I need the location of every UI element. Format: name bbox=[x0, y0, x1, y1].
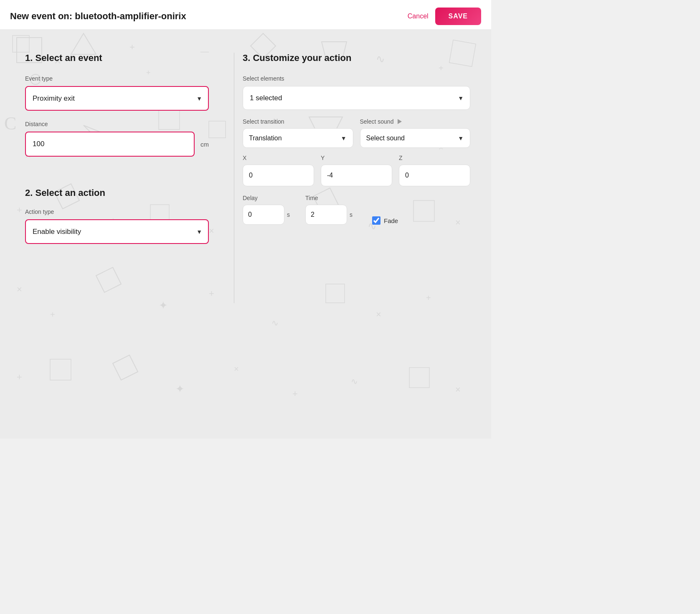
svg-text:∿: ∿ bbox=[351, 377, 358, 386]
distance-input[interactable] bbox=[25, 132, 195, 157]
y-label: Y bbox=[321, 155, 392, 161]
distance-label: Distance bbox=[25, 121, 209, 127]
select-elements-select[interactable]: 1 selected bbox=[243, 86, 470, 110]
fade-checkbox[interactable] bbox=[372, 216, 380, 225]
section2-title: 2. Select an action bbox=[25, 188, 209, 198]
transition-sound-row: Select transition Translation Rotation S… bbox=[243, 118, 470, 148]
svg-rect-50 bbox=[409, 368, 429, 388]
event-type-select-wrapper: Proximity exit Proximity enter Tap Custo… bbox=[25, 86, 209, 111]
delay-label: Delay bbox=[243, 195, 301, 201]
delay-col: Delay s bbox=[243, 195, 301, 225]
play-icon bbox=[398, 119, 402, 124]
svg-rect-44 bbox=[50, 359, 71, 380]
delay-unit: s bbox=[287, 211, 290, 218]
time-input-wrap: s bbox=[305, 205, 364, 225]
action-type-select[interactable]: Enable visibility Disable visibility Tog… bbox=[25, 219, 209, 244]
y-input[interactable] bbox=[321, 165, 392, 186]
main-content: 1. Select an event Event type Proximity … bbox=[0, 32, 491, 320]
left-panel: 1. Select an event Event type Proximity … bbox=[25, 53, 226, 303]
distance-row: cm bbox=[25, 132, 209, 157]
time-unit: s bbox=[350, 211, 353, 218]
right-panel: 3. Customize your action Select elements… bbox=[234, 53, 470, 303]
event-type-select[interactable]: Proximity exit Proximity enter Tap Custo… bbox=[25, 86, 209, 111]
x-input[interactable] bbox=[243, 165, 314, 186]
distance-input-wrap bbox=[25, 132, 195, 157]
fade-label[interactable]: Fade bbox=[384, 217, 398, 224]
sound-select[interactable]: Select sound bbox=[360, 128, 471, 148]
select-elements-wrapper: 1 selected ▼ bbox=[243, 86, 470, 110]
svg-text:×: × bbox=[455, 384, 461, 395]
time-label: Time bbox=[305, 195, 364, 201]
action-type-select-wrapper: Enable visibility Disable visibility Tog… bbox=[25, 219, 209, 244]
sound-select-wrapper: Select sound ▼ bbox=[360, 128, 471, 148]
z-label: Z bbox=[399, 155, 470, 161]
transition-col: Select transition Translation Rotation S… bbox=[243, 118, 353, 148]
select-sound-label: Select sound bbox=[360, 118, 471, 125]
x-label: X bbox=[243, 155, 314, 161]
save-button[interactable]: SAVE bbox=[435, 8, 481, 25]
select-transition-label: Select transition bbox=[243, 118, 353, 125]
section3-title: 3. Customize your action bbox=[243, 53, 470, 63]
svg-text:×: × bbox=[234, 364, 239, 373]
distance-unit: cm bbox=[200, 141, 209, 148]
header: New event on: bluetooth-amplifier-onirix… bbox=[0, 0, 491, 32]
event-type-label: Event type bbox=[25, 75, 209, 82]
header-actions: Cancel SAVE bbox=[408, 8, 481, 25]
page-title: New event on: bluetooth-amplifier-onirix bbox=[10, 11, 186, 22]
svg-text:+: + bbox=[292, 388, 298, 399]
xyz-row: X Y Z bbox=[243, 155, 470, 186]
y-col: Y bbox=[321, 155, 392, 186]
select-elements-label: Select elements bbox=[243, 75, 470, 82]
fade-wrap: Fade bbox=[372, 216, 398, 225]
delay-input-wrap: s bbox=[243, 205, 301, 225]
delay-time-row: Delay s Time s Fade bbox=[243, 195, 470, 225]
svg-text:✦: ✦ bbox=[175, 383, 185, 395]
z-input[interactable] bbox=[399, 165, 470, 186]
delay-input[interactable] bbox=[243, 205, 284, 225]
transition-select[interactable]: Translation Rotation Scale Fade bbox=[243, 128, 353, 148]
x-col: X bbox=[243, 155, 314, 186]
transition-select-wrapper: Translation Rotation Scale Fade ▼ bbox=[243, 128, 353, 148]
time-input[interactable] bbox=[305, 205, 347, 225]
cancel-button[interactable]: Cancel bbox=[408, 13, 429, 20]
time-col: Time s bbox=[305, 195, 364, 225]
action-type-label: Action type bbox=[25, 208, 209, 215]
svg-marker-45 bbox=[113, 355, 138, 380]
z-col: Z bbox=[399, 155, 470, 186]
section1-title: 1. Select an event bbox=[25, 53, 209, 63]
svg-text:+: + bbox=[17, 372, 22, 382]
sound-col: Select sound Select sound ▼ bbox=[360, 118, 471, 148]
